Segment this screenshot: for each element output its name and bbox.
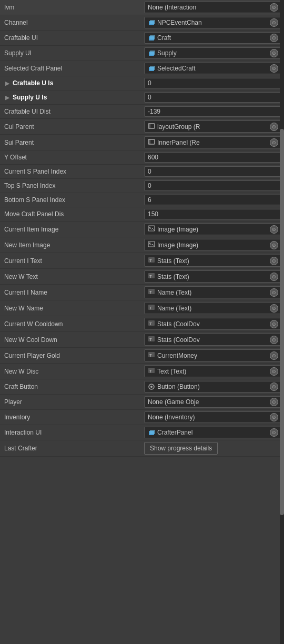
value-box-top-s-panel-index[interactable]: 0	[144, 180, 282, 191]
circle-btn-channel[interactable]: ⊙	[270, 18, 278, 27]
value-top-s-panel-index-text: 0	[148, 182, 151, 189]
value-inventory: None (Inventory) ⊙	[142, 410, 284, 424]
label-move-craft-panel-dis: Move Craft Panel Dis	[0, 209, 142, 219]
expand-arrow-supply-u-is[interactable]: ▶	[4, 94, 11, 100]
value-new-w-text-text: Stats (Text)	[157, 273, 189, 280]
svg-text:T: T	[149, 353, 152, 358]
value-new-w-name: T Name (Text) ⊙	[142, 301, 284, 315]
value-box-interaction-ui[interactable]: CrafterPanel ⊙	[144, 427, 282, 438]
value-box-craft-button[interactable]: Button (Button) ⊙	[144, 381, 282, 393]
circle-btn-new-w-text[interactable]: ⊙	[270, 273, 278, 281]
value-box-ivm[interactable]: None (Interaction ⊙	[144, 2, 282, 13]
circle-btn-new-w-name[interactable]: ⊙	[270, 304, 278, 313]
circle-btn-new-item-image[interactable]: ⊙	[270, 241, 278, 249]
value-box-new-item-image[interactable]: Image (Image) ⊙	[144, 239, 282, 251]
text-icon-new-w-name: T	[148, 304, 155, 313]
value-box-current-item-image[interactable]: Image (Image) ⊙	[144, 223, 282, 235]
value-box-player[interactable]: None (Game Obje ⊙	[144, 396, 282, 408]
label-selected-craft-panel: Selected Craft Panel	[0, 64, 142, 73]
image-icon-current-item-image	[148, 225, 155, 234]
value-box-current-i-name[interactable]: T Name (Text) ⊙	[144, 286, 282, 298]
circle-btn-cui-parent[interactable]: ⊙	[270, 123, 278, 131]
label-sui-parent: Sui Parent	[0, 138, 142, 147]
value-current-w-cooldown: T Stats (CoolDov ⊙	[142, 317, 284, 331]
row-new-item-image: New Item Image Image (Image) ⊙	[0, 237, 284, 253]
value-box-new-w-name[interactable]: T Name (Text) ⊙	[144, 302, 282, 314]
label-craftable-u-is-text: Craftable U Is	[13, 79, 53, 87]
value-new-item-image-text: Image (Image)	[157, 242, 198, 249]
value-box-move-craft-panel-dis[interactable]: 150	[144, 209, 282, 219]
circle-btn-current-item-image[interactable]: ⊙	[270, 225, 278, 234]
value-box-y-offset[interactable]: 600	[144, 152, 282, 163]
circle-btn-sui-parent[interactable]: ⊙	[270, 138, 278, 147]
scrollbar-thumb[interactable]	[280, 129, 284, 515]
value-new-w-disc: T Text (Text) ⊙	[142, 364, 284, 378]
label-selected-craft-panel-text: Selected Craft Panel	[4, 65, 62, 72]
cube-icon-selected-craft-panel	[148, 65, 155, 72]
svg-text:T: T	[149, 306, 152, 310]
label-supply-u-is-text: Supply U Is	[13, 94, 47, 101]
value-sui-parent-text: InnerPanel (Re	[157, 139, 200, 146]
tooltip-show-progress-details[interactable]: Show progress details	[144, 442, 218, 455]
label-cui-parent-text: Cui Parent	[4, 123, 34, 130]
svg-rect-35	[150, 430, 155, 434]
row-current-i-text: Current I Text T Stats (Text) ⊙	[0, 253, 284, 269]
expand-arrow-craftable-u-is[interactable]: ▶	[4, 80, 11, 86]
circle-btn-interaction-ui[interactable]: ⊙	[270, 428, 278, 437]
label-new-w-name: New W Name	[0, 304, 142, 313]
value-craftable-u-is-text: 0	[148, 79, 151, 87]
row-supply-ui: Supply UI Supply ⊙	[0, 46, 284, 61]
label-interaction-ui-text: Interaction UI	[4, 429, 42, 436]
label-current-player-gold: Current Player Gold	[0, 351, 142, 360]
circle-btn-new-w-disc[interactable]: ⊙	[270, 367, 278, 376]
label-new-w-name-text: New W Name	[4, 305, 43, 312]
label-current-i-text-text: Current I Text	[4, 257, 42, 265]
value-box-cui-parent[interactable]: layoutGroup (R ⊙	[144, 120, 282, 133]
value-box-current-i-text[interactable]: T Stats (Text) ⊙	[144, 255, 282, 267]
value-box-new-w-text[interactable]: T Stats (Text) ⊙	[144, 270, 282, 283]
tooltip-text: Show progress details	[150, 445, 212, 452]
value-box-supply-ui[interactable]: Supply ⊙	[144, 47, 282, 59]
row-craftable-ui-dist: Craftable UI Dist -139	[0, 105, 284, 119]
value-box-craftable-ui-dist[interactable]: -139	[144, 106, 282, 117]
value-selected-craft-panel-text: SelectedCraft	[157, 65, 196, 72]
value-box-current-player-gold[interactable]: T CurrentMoney ⊙	[144, 349, 282, 361]
value-box-craftable-u-is[interactable]: 0	[144, 78, 282, 88]
circle-btn-current-player-gold[interactable]: ⊙	[270, 351, 278, 360]
value-box-current-s-panel-index[interactable]: 0	[144, 166, 282, 177]
value-box-new-w-disc[interactable]: T Text (Text) ⊙	[144, 365, 282, 377]
text-icon-current-i-text: T	[148, 256, 155, 265]
value-box-selected-craft-panel[interactable]: SelectedCraft ⊙	[144, 63, 282, 74]
value-box-current-w-cooldown[interactable]: T Stats (CoolDov ⊙	[144, 318, 282, 330]
value-new-w-disc-text: Text (Text)	[157, 368, 186, 375]
label-last-crafter-text: Last Crafter	[4, 445, 37, 452]
circle-btn-supply-ui[interactable]: ⊙	[270, 49, 278, 57]
circle-btn-ivm[interactable]: ⊙	[270, 3, 278, 12]
value-box-inventory[interactable]: None (Inventory) ⊙	[144, 411, 282, 423]
circle-btn-craft-button[interactable]: ⊙	[270, 383, 278, 391]
circle-btn-current-w-cooldown[interactable]: ⊙	[270, 320, 278, 328]
value-craftable-ui-dist: -139	[142, 105, 284, 118]
circle-btn-new-w-cool-down[interactable]: ⊙	[270, 336, 278, 344]
row-craft-button: Craft Button Button (Button) ⊙	[0, 379, 284, 395]
label-player: Player	[0, 397, 142, 407]
value-box-supply-u-is[interactable]: 0	[144, 92, 282, 103]
label-new-item-image: New Item Image	[0, 240, 142, 250]
circle-btn-inventory[interactable]: ⊙	[270, 413, 278, 421]
value-player: None (Game Obje ⊙	[142, 395, 284, 409]
circle-btn-craftable-ui[interactable]: ⊙	[270, 34, 278, 42]
scrollbar[interactable]	[280, 0, 284, 644]
value-box-bottom-s-panel-index[interactable]: 6	[144, 195, 282, 205]
value-box-craftable-ui[interactable]: Craft ⊙	[144, 32, 282, 44]
circle-btn-player[interactable]: ⊙	[270, 398, 278, 406]
circle-btn-selected-craft-panel[interactable]: ⊙	[270, 64, 278, 73]
value-box-sui-parent[interactable]: InnerPanel (Re ⊙	[144, 136, 282, 148]
circle-btn-current-i-text[interactable]: ⊙	[270, 257, 278, 265]
rect-icon-cui-parent	[148, 122, 155, 131]
value-cui-parent: layoutGroup (R ⊙	[142, 119, 284, 134]
value-box-channel[interactable]: NPCEventChan ⊙	[144, 17, 282, 28]
value-box-new-w-cool-down[interactable]: T Stats (CoolDov ⊙	[144, 334, 282, 346]
circle-btn-current-i-name[interactable]: ⊙	[270, 288, 278, 297]
value-move-craft-panel-dis-text: 150	[148, 210, 158, 218]
value-bottom-s-panel-index: 6	[142, 194, 284, 206]
